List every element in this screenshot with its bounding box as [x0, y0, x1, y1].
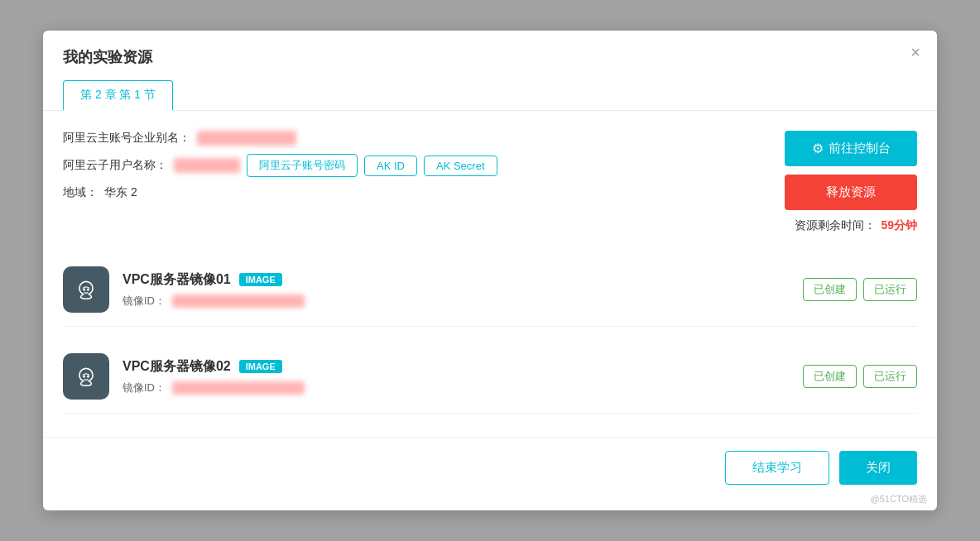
svg-point-3 — [87, 375, 89, 377]
aliyun-password-button[interactable]: 阿里云子账号密码 — [247, 154, 358, 177]
tab-chapter[interactable]: 第 2 章 第 1 节 — [63, 80, 173, 111]
resource-id-row-1: 镜像ID： — [122, 294, 790, 309]
remaining-value: 59分钟 — [881, 218, 917, 233]
close-modal-button[interactable]: 关闭 — [839, 451, 917, 485]
resource-badge-1: IMAGE — [239, 273, 282, 286]
resource-status-1: 已创建 已运行 — [803, 278, 917, 301]
status-running-1: 已运行 — [863, 278, 917, 301]
remaining-time: 资源剩余时间： 59分钟 — [795, 218, 917, 233]
tab-bar: 第 2 章 第 1 节 — [63, 80, 917, 110]
resource-id-row-2: 镜像ID： — [122, 381, 790, 395]
svg-point-1 — [87, 288, 89, 290]
info-row-alias: 阿里云主账号企业别名： — [63, 131, 768, 146]
svg-point-2 — [83, 375, 85, 377]
resource-id-blur-1 — [172, 294, 305, 308]
modal-footer: 结束学习 关闭 — [43, 437, 937, 498]
resource-info-1: VPC服务器镜像01 IMAGE 镜像ID： — [122, 271, 790, 309]
resource-status-2: 已创建 已运行 — [803, 365, 917, 388]
resource-name-1: VPC服务器镜像01 — [122, 271, 231, 289]
ak-secret-button[interactable]: AK Secret — [424, 156, 497, 176]
ak-id-button[interactable]: AK ID — [364, 156, 417, 176]
resource-name-row-1: VPC服务器镜像01 IMAGE — [122, 271, 790, 289]
resource-icon-2 — [63, 353, 109, 400]
info-section: 阿里云主账号企业别名： 阿里云子用户名称： 阿里云子账号密码 AK ID AK … — [63, 131, 917, 233]
region-value: 华东 2 — [104, 185, 137, 200]
watermark: @51CTO精选 — [871, 493, 927, 505]
status-running-2: 已运行 — [863, 365, 917, 388]
username-value — [174, 158, 240, 173]
info-row-region: 地域： 华东 2 — [63, 185, 768, 200]
account-alias-value — [197, 131, 296, 146]
modal-body: 阿里云主账号企业别名： 阿里云子用户名称： 阿里云子账号密码 AK ID AK … — [43, 111, 937, 430]
modal: 我的实验资源 × 第 2 章 第 1 节 阿里云主账号企业别名： — [43, 31, 937, 510]
resource-name-row-2: VPC服务器镜像02 IMAGE — [122, 358, 790, 376]
console-icon: ⚙ — [812, 141, 824, 156]
resource-item-1: VPC服务器镜像01 IMAGE 镜像ID： 已创建 已运行 — [63, 253, 917, 327]
resource-item-2: VPC服务器镜像02 IMAGE 镜像ID： 已创建 已运行 — [63, 340, 917, 414]
goto-console-button[interactable]: ⚙ 前往控制台 — [785, 131, 917, 166]
modal-overlay: 我的实验资源 × 第 2 章 第 1 节 阿里云主账号企业别名： — [0, 0, 980, 541]
info-row-username: 阿里云子用户名称： 阿里云子账号密码 AK ID AK Secret — [63, 154, 768, 177]
resource-list: VPC服务器镜像01 IMAGE 镜像ID： 已创建 已运行 — [63, 253, 917, 414]
region-label: 地域： — [63, 185, 98, 200]
username-label: 阿里云子用户名称： — [63, 158, 167, 173]
resource-icon-1 — [63, 266, 109, 313]
release-resource-button[interactable]: 释放资源 — [785, 175, 917, 210]
account-alias-label: 阿里云主账号企业别名： — [63, 131, 190, 146]
end-study-button[interactable]: 结束学习 — [725, 451, 829, 485]
resource-badge-2: IMAGE — [239, 360, 282, 373]
modal-header: 我的实验资源 × 第 2 章 第 1 节 — [43, 31, 937, 111]
info-left: 阿里云主账号企业别名： 阿里云子用户名称： 阿里云子账号密码 AK ID AK … — [63, 131, 768, 208]
status-created-1: 已创建 — [803, 278, 857, 301]
resource-info-2: VPC服务器镜像02 IMAGE 镜像ID： — [122, 358, 790, 395]
resource-name-2: VPC服务器镜像02 — [122, 358, 231, 376]
status-created-2: 已创建 — [803, 365, 857, 388]
info-right: ⚙ 前往控制台 释放资源 资源剩余时间： 59分钟 — [768, 131, 917, 233]
close-button[interactable]: × — [910, 44, 920, 60]
svg-point-0 — [83, 288, 85, 290]
modal-title: 我的实验资源 — [63, 47, 917, 67]
resource-id-blur-2 — [172, 381, 305, 395]
